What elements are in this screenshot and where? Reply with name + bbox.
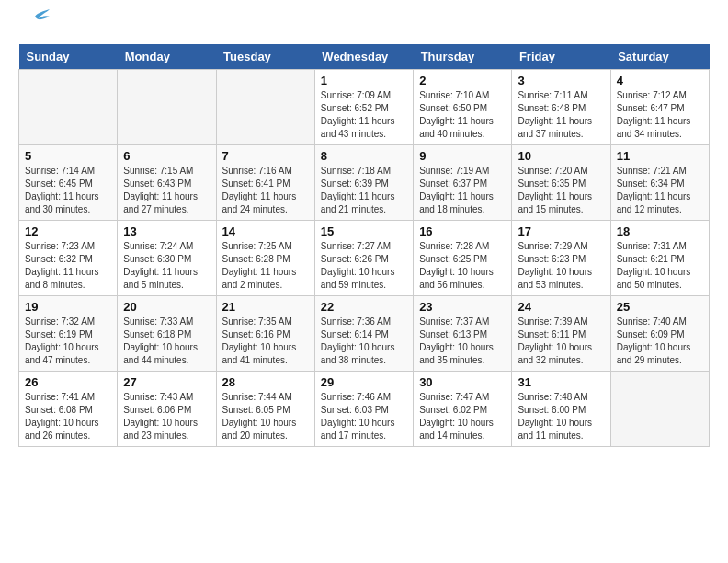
- page-header: [18, 18, 710, 35]
- cell-info: Sunrise: 7:29 AM Sunset: 6:23 PM Dayligh…: [518, 240, 604, 292]
- day-number: 2: [419, 74, 506, 87]
- cell-info: Sunrise: 7:25 AM Sunset: 6:28 PM Dayligh…: [222, 240, 309, 292]
- cell-info: Sunrise: 7:14 AM Sunset: 6:45 PM Dayligh…: [25, 165, 111, 216]
- cell-info: Sunrise: 7:32 AM Sunset: 6:19 PM Dayligh…: [25, 316, 111, 367]
- day-number: 15: [321, 224, 407, 238]
- day-number: 7: [222, 149, 309, 163]
- calendar-cell: 1Sunrise: 7:09 AM Sunset: 6:52 PM Daylig…: [314, 70, 413, 145]
- cell-info: Sunrise: 7:23 AM Sunset: 6:32 PM Dayligh…: [25, 240, 111, 292]
- day-number: 29: [321, 375, 407, 389]
- calendar-cell: 12Sunrise: 7:23 AM Sunset: 6:32 PM Dayli…: [19, 221, 118, 296]
- calendar-cell: 6Sunrise: 7:15 AM Sunset: 6:43 PM Daylig…: [118, 145, 216, 221]
- calendar-cell: 10Sunrise: 7:20 AM Sunset: 6:35 PM Dayli…: [512, 145, 610, 221]
- calendar-cell: 21Sunrise: 7:35 AM Sunset: 6:16 PM Dayli…: [216, 296, 314, 372]
- calendar-cell: 18Sunrise: 7:31 AM Sunset: 6:21 PM Dayli…: [610, 221, 709, 296]
- calendar-cell: 15Sunrise: 7:27 AM Sunset: 6:26 PM Dayli…: [314, 221, 413, 296]
- cell-info: Sunrise: 7:36 AM Sunset: 6:14 PM Dayligh…: [321, 316, 407, 367]
- day-number: 8: [321, 149, 407, 163]
- day-number: 19: [25, 300, 111, 314]
- week-row-1: 1Sunrise: 7:09 AM Sunset: 6:52 PM Daylig…: [19, 70, 710, 145]
- day-number: 21: [222, 300, 309, 314]
- calendar-cell: 24Sunrise: 7:39 AM Sunset: 6:11 PM Dayli…: [512, 296, 610, 372]
- day-number: 28: [222, 375, 309, 389]
- day-number: 6: [123, 149, 210, 163]
- cell-info: Sunrise: 7:33 AM Sunset: 6:18 PM Dayligh…: [123, 316, 210, 367]
- header-row: SundayMondayTuesdayWednesdayThursdayFrid…: [19, 44, 710, 70]
- calendar-cell: 9Sunrise: 7:19 AM Sunset: 6:37 PM Daylig…: [414, 145, 512, 221]
- calendar-cell: 26Sunrise: 7:41 AM Sunset: 6:08 PM Dayli…: [19, 372, 118, 447]
- calendar-cell: 25Sunrise: 7:40 AM Sunset: 6:09 PM Dayli…: [610, 296, 709, 372]
- header-day-wednesday: Wednesday: [314, 44, 413, 70]
- cell-info: Sunrise: 7:15 AM Sunset: 6:43 PM Dayligh…: [123, 165, 210, 216]
- cell-info: Sunrise: 7:11 AM Sunset: 6:48 PM Dayligh…: [518, 89, 604, 141]
- day-number: 5: [25, 149, 111, 163]
- cell-info: Sunrise: 7:21 AM Sunset: 6:34 PM Dayligh…: [617, 165, 703, 216]
- week-row-4: 19Sunrise: 7:32 AM Sunset: 6:19 PM Dayli…: [19, 296, 710, 372]
- calendar-cell: 29Sunrise: 7:46 AM Sunset: 6:03 PM Dayli…: [314, 372, 413, 447]
- cell-info: Sunrise: 7:18 AM Sunset: 6:39 PM Dayligh…: [321, 165, 407, 216]
- cell-info: Sunrise: 7:20 AM Sunset: 6:35 PM Dayligh…: [518, 165, 604, 216]
- day-number: 3: [518, 74, 604, 87]
- calendar-cell: 2Sunrise: 7:10 AM Sunset: 6:50 PM Daylig…: [414, 70, 512, 145]
- cell-info: Sunrise: 7:31 AM Sunset: 6:21 PM Dayligh…: [617, 240, 703, 292]
- day-number: 26: [25, 375, 111, 389]
- day-number: 10: [518, 149, 604, 163]
- calendar-table: SundayMondayTuesdayWednesdayThursdayFrid…: [18, 44, 710, 447]
- week-row-5: 26Sunrise: 7:41 AM Sunset: 6:08 PM Dayli…: [19, 372, 710, 447]
- day-number: 30: [419, 375, 506, 389]
- day-number: 23: [419, 300, 506, 314]
- cell-info: Sunrise: 7:44 AM Sunset: 6:05 PM Dayligh…: [222, 391, 309, 442]
- cell-info: Sunrise: 7:09 AM Sunset: 6:52 PM Dayligh…: [321, 89, 407, 141]
- calendar-cell: 11Sunrise: 7:21 AM Sunset: 6:34 PM Dayli…: [610, 145, 709, 221]
- cell-info: Sunrise: 7:12 AM Sunset: 6:47 PM Dayligh…: [617, 89, 703, 141]
- cell-info: Sunrise: 7:46 AM Sunset: 6:03 PM Dayligh…: [321, 391, 407, 442]
- day-number: 13: [123, 224, 210, 238]
- day-number: 24: [518, 300, 604, 314]
- calendar-cell: 28Sunrise: 7:44 AM Sunset: 6:05 PM Dayli…: [216, 372, 314, 447]
- calendar-cell: [610, 372, 709, 447]
- header-day-monday: Monday: [118, 44, 216, 70]
- logo-bird-icon: [20, 9, 50, 35]
- day-number: 25: [617, 300, 703, 314]
- calendar-cell: 5Sunrise: 7:14 AM Sunset: 6:45 PM Daylig…: [19, 145, 118, 221]
- day-number: 12: [25, 224, 111, 238]
- calendar-cell: [19, 70, 118, 145]
- cell-info: Sunrise: 7:48 AM Sunset: 6:00 PM Dayligh…: [518, 391, 604, 442]
- calendar-cell: 19Sunrise: 7:32 AM Sunset: 6:19 PM Dayli…: [19, 296, 118, 372]
- day-number: 11: [617, 149, 703, 163]
- header-day-sunday: Sunday: [19, 44, 118, 70]
- week-row-3: 12Sunrise: 7:23 AM Sunset: 6:32 PM Dayli…: [19, 221, 710, 296]
- day-number: 4: [617, 74, 703, 87]
- calendar-cell: 30Sunrise: 7:47 AM Sunset: 6:02 PM Dayli…: [414, 372, 512, 447]
- cell-info: Sunrise: 7:37 AM Sunset: 6:13 PM Dayligh…: [419, 316, 506, 367]
- day-number: 18: [617, 224, 703, 238]
- cell-info: Sunrise: 7:35 AM Sunset: 6:16 PM Dayligh…: [222, 316, 309, 367]
- calendar-cell: 23Sunrise: 7:37 AM Sunset: 6:13 PM Dayli…: [414, 296, 512, 372]
- day-number: 16: [419, 224, 506, 238]
- header-day-tuesday: Tuesday: [216, 44, 314, 70]
- calendar-cell: [118, 70, 216, 145]
- cell-info: Sunrise: 7:39 AM Sunset: 6:11 PM Dayligh…: [518, 316, 604, 367]
- cell-info: Sunrise: 7:10 AM Sunset: 6:50 PM Dayligh…: [419, 89, 506, 141]
- calendar-cell: 8Sunrise: 7:18 AM Sunset: 6:39 PM Daylig…: [314, 145, 413, 221]
- week-row-2: 5Sunrise: 7:14 AM Sunset: 6:45 PM Daylig…: [19, 145, 710, 221]
- calendar-cell: 20Sunrise: 7:33 AM Sunset: 6:18 PM Dayli…: [118, 296, 216, 372]
- calendar-cell: 14Sunrise: 7:25 AM Sunset: 6:28 PM Dayli…: [216, 221, 314, 296]
- cell-info: Sunrise: 7:24 AM Sunset: 6:30 PM Dayligh…: [123, 240, 210, 292]
- calendar-cell: 7Sunrise: 7:16 AM Sunset: 6:41 PM Daylig…: [216, 145, 314, 221]
- day-number: 27: [123, 375, 210, 389]
- cell-info: Sunrise: 7:16 AM Sunset: 6:41 PM Dayligh…: [222, 165, 309, 216]
- calendar-cell: 22Sunrise: 7:36 AM Sunset: 6:14 PM Dayli…: [314, 296, 413, 372]
- calendar-cell: 16Sunrise: 7:28 AM Sunset: 6:25 PM Dayli…: [414, 221, 512, 296]
- header-day-friday: Friday: [512, 44, 610, 70]
- day-number: 31: [518, 375, 604, 389]
- calendar-cell: 27Sunrise: 7:43 AM Sunset: 6:06 PM Dayli…: [118, 372, 216, 447]
- calendar-cell: 3Sunrise: 7:11 AM Sunset: 6:48 PM Daylig…: [512, 70, 610, 145]
- cell-info: Sunrise: 7:40 AM Sunset: 6:09 PM Dayligh…: [617, 316, 703, 367]
- day-number: 9: [419, 149, 506, 163]
- day-number: 1: [321, 74, 407, 87]
- header-day-thursday: Thursday: [414, 44, 512, 70]
- logo: [18, 18, 50, 35]
- calendar-cell: 4Sunrise: 7:12 AM Sunset: 6:47 PM Daylig…: [610, 70, 709, 145]
- day-number: 17: [518, 224, 604, 238]
